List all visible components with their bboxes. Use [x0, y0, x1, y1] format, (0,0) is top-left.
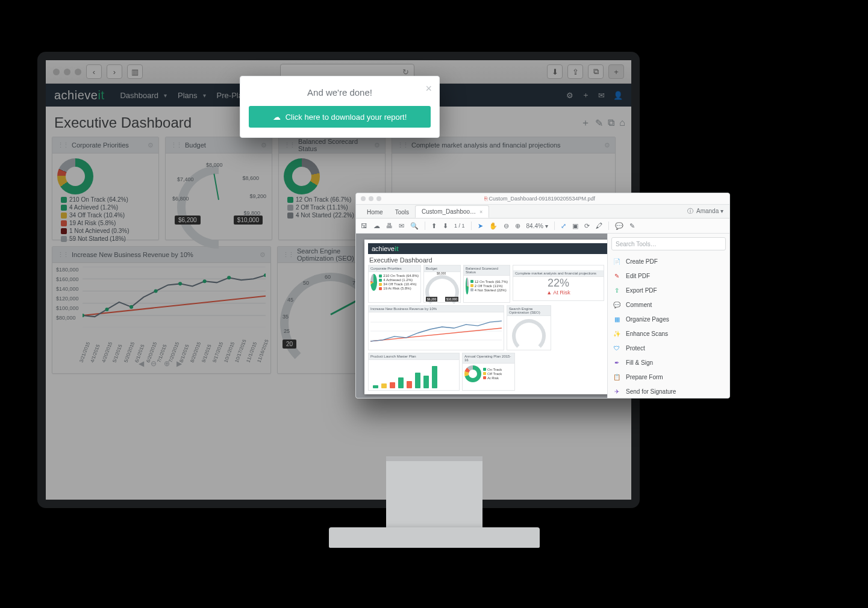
nav-forward-button[interactable]: ›	[107, 64, 122, 79]
inbox-icon[interactable]: ✉	[598, 91, 605, 100]
page-up-icon[interactable]: ⬆	[431, 222, 437, 230]
gauge-max: $10,000	[234, 216, 263, 225]
add-icon[interactable]: ＋	[582, 90, 590, 101]
edit-pdf-icon: ✎	[613, 273, 621, 279]
market-pct: 22%	[548, 277, 569, 290]
add-widget-icon[interactable]: ＋	[581, 117, 590, 129]
pdf-file-title: Custom_Dashboard-0918190205534PM.pdf	[489, 196, 595, 202]
zoom-in-icon[interactable]: ⊕	[515, 222, 520, 230]
fit-page-icon[interactable]: ▣	[572, 222, 578, 230]
rail-organize[interactable]: ▦Organize Pages	[611, 312, 726, 326]
rail-send-signature[interactable]: ✈Send for Signature	[611, 384, 726, 399]
new-tab-button[interactable]: +	[608, 64, 624, 79]
pdf-right-rail: Search Tools… 📄Create PDF ✎Edit PDF ⇪Exp…	[607, 234, 729, 399]
zoom-out-icon[interactable]: ⊖	[504, 222, 509, 230]
pointer-icon[interactable]: ➤	[478, 222, 483, 230]
fit-width-icon[interactable]: ⤢	[561, 222, 566, 230]
enhance-icon: ✨	[613, 330, 621, 337]
sign-icon[interactable]: ✎	[629, 222, 635, 230]
rail-edit-pdf[interactable]: ✎Edit PDF	[611, 268, 726, 283]
rail-search-input[interactable]: Search Tools…	[611, 237, 726, 250]
mail-icon[interactable]: ✉	[399, 222, 404, 230]
chart-zoom-controls[interactable]: ◀ ⊖ ⊕ ▶	[139, 359, 184, 368]
pdf-tab-document[interactable]: Custom_Dashboo…×	[415, 205, 489, 218]
card-title: Budget	[185, 141, 206, 149]
clone-dashboard-icon[interactable]: ⧉	[608, 117, 614, 128]
rail-fill-sign[interactable]: ✒Fill & Sign	[611, 355, 726, 370]
organize-icon: ▦	[613, 316, 621, 323]
nav-back-button[interactable]: ‹	[86, 64, 102, 79]
budget-gauge: $6,800 $7,400 $8,000 $8,600 $9,200 $9,80…	[173, 158, 264, 225]
pdf-viewer-window: ⎘ Custom_Dashboard-0918190205534PM.pdf H…	[355, 193, 730, 399]
share-button[interactable]: ⇪	[567, 64, 583, 79]
scorecard-legend: 12 On Track (66.7%) 2 Off Track (11.1%) …	[287, 196, 354, 220]
rail-export-pdf[interactable]: ⇪Export PDF	[611, 283, 726, 297]
card-revenue: ⋮⋮Increase New Business Revenue by 10%⚙ …	[52, 246, 271, 374]
settings-icon[interactable]: ⚙	[566, 91, 573, 100]
nav-dashboard[interactable]: Dashboard	[120, 91, 167, 100]
scorecard-donut	[284, 158, 320, 194]
hand-icon[interactable]: ✋	[489, 222, 498, 230]
send-signature-icon: ✈	[613, 388, 621, 395]
comment-icon[interactable]: 💬	[615, 222, 623, 230]
close-tab-icon[interactable]: ×	[479, 209, 482, 215]
svg-point-10	[178, 282, 182, 285]
print-icon[interactable]: 🖶	[386, 222, 393, 229]
rail-protect[interactable]: 🛡Protect	[611, 341, 726, 355]
search-icon[interactable]: 🔍	[410, 222, 419, 230]
home-icon[interactable]: ⌂	[619, 117, 625, 128]
pdf-page: achieveit Executive Dashboard Corporate …	[364, 240, 607, 394]
svg-point-11	[203, 279, 207, 283]
page-current[interactable]: 1	[454, 223, 457, 229]
pdf-window-titlebar[interactable]: ⎘ Custom_Dashboard-0918190205534PM.pdf	[356, 193, 729, 205]
create-pdf-icon: 📄	[613, 258, 621, 265]
priorities-legend: 210 On Track (64.2%) 4 Achieved (1.2%) 3…	[61, 196, 130, 243]
svg-point-9	[154, 289, 158, 293]
edit-dashboard-icon[interactable]: ✎	[595, 117, 603, 129]
info-icon[interactable]: ⓘ	[687, 208, 693, 214]
fill-sign-icon: ✒	[613, 359, 621, 366]
seo-min: 20	[283, 340, 296, 349]
drag-handle-icon[interactable]: ⋮⋮	[57, 141, 68, 149]
sidebar-toggle-button[interactable]: ▥	[127, 64, 143, 79]
prepare-form-icon: 📋	[613, 374, 621, 380]
reload-icon[interactable]: ↻	[402, 67, 409, 76]
pdf-tab-bar: Home Tools Custom_Dashboo…× ⓘ Amanda ▾	[356, 205, 729, 219]
save-icon[interactable]: 🖫	[361, 222, 367, 229]
rotate-icon[interactable]: ⟳	[584, 222, 590, 230]
card-corporate-priorities: ⋮⋮Corporate Priorities⚙ 210 On Track (64…	[52, 137, 159, 240]
download-report-button[interactable]: ☁ Click here to download your report!	[249, 106, 431, 128]
card-settings-icon[interactable]: ⚙	[260, 251, 266, 259]
page-down-icon[interactable]: ⬇	[443, 222, 448, 230]
card-settings-icon[interactable]: ⚙	[261, 141, 267, 149]
share-icon: ⇪	[572, 67, 579, 76]
card-settings-icon[interactable]: ⚙	[148, 141, 154, 149]
svg-point-7	[105, 308, 108, 311]
rail-comment[interactable]: 💬Comment	[611, 297, 726, 312]
protect-icon: 🛡	[613, 345, 621, 352]
revenue-y-axis: $180,000 $160,000 $140,000 $120,000 $100…	[56, 267, 79, 324]
brand-logo[interactable]: achieveit	[54, 88, 104, 102]
downloads-button[interactable]: ⬇	[547, 64, 563, 79]
rail-enhance[interactable]: ✨Enhance Scans	[611, 326, 726, 341]
cloud-icon[interactable]: ☁	[373, 222, 380, 230]
nav-plans[interactable]: Plans	[178, 91, 206, 100]
pdf-tab-home[interactable]: Home	[361, 206, 389, 218]
card-settings-icon[interactable]: ⚙	[374, 141, 380, 149]
rail-prepare-form[interactable]: 📋Prepare Form	[611, 370, 726, 384]
card-settings-icon[interactable]: ⚙	[604, 141, 610, 149]
pdf-user-menu[interactable]: Amanda ▾	[696, 208, 723, 214]
modal-title: And we're done!	[307, 87, 372, 98]
rail-create-pdf[interactable]: 📄Create PDF	[611, 254, 726, 268]
highlight-icon[interactable]: 🖍	[596, 222, 602, 229]
user-icon[interactable]: 👤	[613, 91, 623, 100]
card-budget: ⋮⋮Budget⚙ $6,800 $7,400 $8,000 $8,600 $9…	[165, 137, 272, 240]
tabs-button[interactable]: ⧉	[588, 64, 604, 79]
modal-close-icon[interactable]: ×	[425, 82, 432, 95]
zoom-level[interactable]: 84.4% ▾	[526, 223, 548, 229]
pdf-tab-tools[interactable]: Tools	[389, 206, 415, 218]
card-title: Increase New Business Revenue by 10%	[72, 251, 193, 258]
card-title: Corporate Priorities	[72, 141, 129, 149]
pdf-canvas[interactable]: achieveit Executive Dashboard Corporate …	[356, 234, 607, 399]
svg-point-12	[227, 276, 231, 279]
